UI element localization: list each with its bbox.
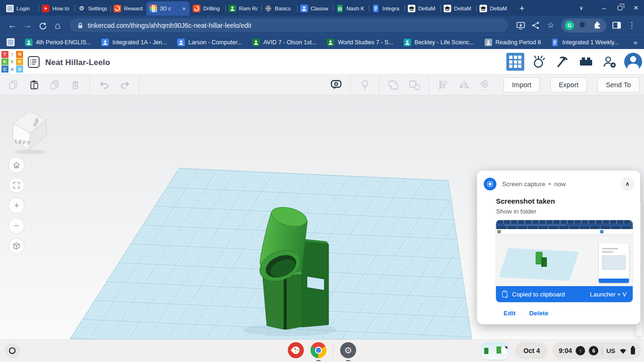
home-view-button[interactable] (8, 157, 25, 173)
bookmark-item[interactable]: 4th Period-ENGLIS... (25, 39, 91, 46)
copy-button[interactable] (5, 76, 22, 93)
tab-reward[interactable]: Reward (110, 1, 146, 16)
tab-label: DeltaM (418, 6, 437, 11)
view-cube[interactable]: TOP LEFT (7, 106, 54, 155)
window-restore-button[interactable] (612, 0, 628, 16)
tab-deltamath-1[interactable]: DeltaM (405, 1, 440, 16)
browser-menu-button[interactable]: ⋮ (624, 18, 639, 33)
tab-drilling[interactable]: Drilling (190, 1, 225, 16)
extensions-puzzle-icon[interactable] (590, 18, 603, 33)
new-tab-button[interactable]: + (515, 1, 529, 16)
blocks-view-button[interactable] (506, 53, 524, 71)
grammarly-extension-icon[interactable]: G (565, 21, 574, 30)
reload-icon (38, 21, 47, 30)
zoom-out-button[interactable]: − (8, 218, 25, 234)
screenshot-thumbnail[interactable]: Copied to clipboard Launcher + V (496, 220, 633, 302)
show-all-button[interactable] (356, 76, 373, 93)
zoom-in-button[interactable]: + (8, 197, 25, 214)
mirror-button[interactable] (455, 76, 472, 93)
delete-button[interactable]: Delete (529, 310, 549, 317)
bookmark-item[interactable]: AVID 7 - Olson 1st... (252, 39, 316, 46)
launcher-button[interactable] (5, 343, 20, 358)
lightbulb-icon (359, 78, 371, 91)
tab-login[interactable]: Login (3, 1, 39, 16)
show-in-folder-link[interactable]: Show in folder (496, 208, 633, 215)
bookmark-item[interactable]: Integrated 1A - Jen... (101, 39, 167, 46)
window-close-button[interactable]: × (628, 0, 644, 16)
install-app-icon[interactable] (513, 18, 528, 33)
snap-button[interactable] (476, 76, 493, 93)
tab-nash[interactable]: Nash K (333, 1, 369, 16)
minecraft-export-button[interactable] (553, 53, 571, 71)
send-to-button[interactable]: Send To (597, 77, 639, 92)
model-bracket[interactable] (300, 239, 329, 327)
tab-close-icon[interactable]: × (182, 5, 186, 12)
scene-list-button[interactable] (27, 56, 40, 68)
status-area[interactable]: 9:04 ↑ 6 US (553, 342, 641, 359)
side-panel-button[interactable] (609, 18, 624, 33)
puzzle-icon (592, 21, 601, 30)
bookmark-item[interactable]: Larson - Computer... (177, 39, 242, 46)
collaborate-button[interactable] (601, 53, 619, 71)
update-badge-icon: ↑ (576, 346, 585, 355)
account-avatar[interactable] (624, 53, 642, 71)
duplicate-button[interactable] (46, 76, 63, 93)
forward-button[interactable]: → (20, 18, 35, 33)
tab-label: Drilling (203, 6, 222, 11)
tinkercad-logo[interactable]: TIN KER CAD (1, 51, 23, 73)
sim-lab-button[interactable] (530, 53, 548, 71)
tab-integrated[interactable]: Integra (369, 1, 405, 16)
back-button[interactable]: ← (5, 18, 20, 33)
tab-deltamath-3[interactable]: DeltaM (476, 1, 512, 16)
tab-deltamath-2[interactable]: DeltaM (440, 1, 476, 16)
bookmark-item[interactable]: World Studies 7 - S... (327, 39, 393, 46)
tab-search-icon[interactable]: ∨ (573, 0, 589, 16)
reload-button[interactable] (35, 18, 50, 33)
home-button[interactable]: ⌂ (50, 18, 65, 33)
perspective-toggle-button[interactable] (8, 238, 25, 254)
paste-button[interactable] (25, 76, 42, 93)
bookmark-item[interactable]: Integrated 1 Weekly... (551, 39, 619, 46)
tab-3d-design-active[interactable]: 3D c× (146, 1, 190, 16)
fit-view-button[interactable] (8, 177, 25, 193)
tab-how-to[interactable]: How to (39, 1, 74, 16)
tab-classwork[interactable]: Classw (297, 1, 333, 16)
tab-basics[interactable]: Basics (261, 1, 297, 16)
bookmark-item[interactable]: Reading Period 6 (485, 39, 541, 46)
bookmark-star-button[interactable]: ☆ (543, 18, 558, 33)
settings-app-icon[interactable]: ⚙ (340, 342, 356, 358)
redo-button[interactable] (116, 76, 133, 93)
canvas-app-icon[interactable] (288, 342, 304, 358)
globe-favicon-icon (264, 5, 272, 12)
notes-button[interactable] (328, 76, 345, 93)
redo-icon (119, 79, 131, 90)
undo-button[interactable] (96, 76, 113, 93)
window-minimize-button[interactable]: – (596, 0, 612, 16)
export-button[interactable]: Export (550, 77, 587, 92)
address-bar[interactable]: tinkercad.com/things/ahhqmh90J6c-neat-hi… (70, 18, 508, 32)
ungroup-button[interactable] (406, 76, 423, 93)
screenshot-preview-pill[interactable] (479, 342, 511, 360)
edit-button[interactable]: Edit (504, 310, 516, 317)
bookmark-item[interactable]: Beckley - Life Scienc... (404, 39, 474, 46)
tab-settings[interactable]: ⚙Settings (74, 1, 110, 16)
tab-ram-ro[interactable]: Ram Ro (225, 1, 261, 16)
adblock-shield-icon[interactable] (576, 18, 588, 33)
import-button[interactable]: Import (504, 77, 540, 92)
wifi-icon (619, 347, 627, 354)
bricks-export-button[interactable] (577, 53, 595, 71)
person-favicon-icon (101, 39, 109, 46)
trash-icon (70, 79, 81, 90)
collapse-notification-button[interactable]: ∧ (620, 177, 635, 191)
design-title[interactable]: Neat Hillar-Leelo (45, 58, 110, 67)
share-button[interactable] (528, 18, 543, 33)
bookmarks-overflow-icon[interactable]: » (634, 38, 637, 46)
delete-button[interactable] (67, 76, 84, 93)
chrome-app-icon[interactable] (311, 342, 327, 358)
deltamath-favicon-icon (444, 5, 451, 12)
group-button[interactable] (385, 76, 402, 93)
align-button[interactable] (435, 76, 452, 93)
apps-grid-icon[interactable] (7, 38, 15, 46)
date-pill[interactable]: Oct 4 (515, 342, 548, 359)
notification-time: now (554, 181, 566, 188)
